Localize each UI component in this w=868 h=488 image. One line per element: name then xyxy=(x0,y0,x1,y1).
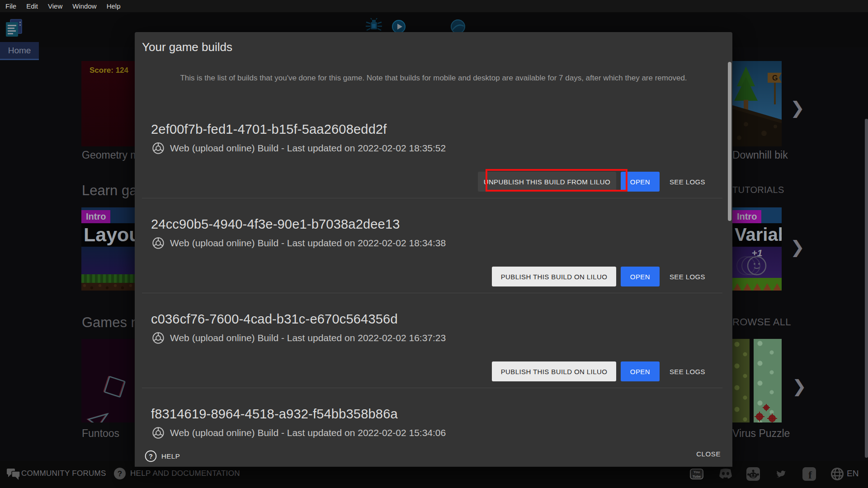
see-logs-button[interactable]: SEE LOGS xyxy=(665,172,710,192)
build-info-text: Web (upload online) Build - Last updated… xyxy=(170,427,446,438)
unpublish-build-button[interactable]: UNPUBLISH THIS BUILD FROM LILUO xyxy=(478,172,616,192)
tutorials-section-heading: TUTORIALS xyxy=(732,185,784,195)
svg-text:Tube: Tube xyxy=(693,474,701,479)
menu-window[interactable]: Window xyxy=(67,2,101,10)
game-card-funtoos[interactable] xyxy=(81,339,136,422)
help-documentation-link[interactable]: HELP AND DOCUMENTATION xyxy=(130,469,240,478)
game-score-overlay: Score: 124 xyxy=(90,66,128,75)
game-label-virus-puzzle: Virus Puzzle xyxy=(732,427,790,440)
publish-build-button[interactable]: PUBLISH THIS BUILD ON LILUO xyxy=(492,361,616,381)
close-button[interactable]: CLOSE xyxy=(696,450,721,458)
publish-build-button[interactable]: PUBLISH THIS BUILD ON LILUO xyxy=(492,267,616,286)
help-button[interactable]: ? HELP xyxy=(145,450,180,462)
debugger-icon[interactable] xyxy=(365,18,383,33)
build-info-text: Web (upload online) Build - Last updated… xyxy=(170,143,446,154)
chrome-web-icon xyxy=(152,332,165,344)
build-id: c036cf76-7600-4cad-b31c-e670c564356d xyxy=(151,312,732,327)
open-build-button[interactable]: OPEN xyxy=(621,361,660,381)
see-logs-button[interactable]: SEE LOGS xyxy=(665,361,710,381)
dialog-footer: ? HELP CLOSE xyxy=(135,443,732,467)
intro-badge: Intro xyxy=(732,210,761,223)
svg-text:f: f xyxy=(808,469,812,481)
build-row: f8314619-8964-4518-a932-f54bb358b86a Web… xyxy=(135,407,732,443)
tab-home-label: Home xyxy=(8,46,31,56)
svg-text:?: ? xyxy=(149,453,153,460)
ground-strip xyxy=(732,278,782,291)
help-outline-icon: ? xyxy=(145,450,157,462)
row-divider xyxy=(142,198,722,198)
discord-icon[interactable] xyxy=(718,467,733,481)
funtoos-art xyxy=(81,339,136,422)
dirt-strip xyxy=(81,283,136,291)
open-build-button[interactable]: OPEN xyxy=(621,172,660,192)
dialog-description: This is the list of builds that you've d… xyxy=(135,72,732,84)
svg-text:?: ? xyxy=(118,469,122,478)
menu-bar: File Edit View Window Help xyxy=(0,0,868,12)
menu-file[interactable]: File xyxy=(0,2,21,10)
browse-all-heading: ROWSE ALL xyxy=(732,316,791,328)
language-globe-icon[interactable] xyxy=(830,467,844,481)
virus-art xyxy=(732,339,782,422)
tutorial-scene xyxy=(81,247,136,274)
build-row: 2ef00f7b-fed1-4701-b15f-5aa2608edd2f Web… xyxy=(135,122,732,217)
tutorial-card-layout[interactable]: Intro Layou xyxy=(81,207,136,291)
carousel-next-arrow[interactable]: ❯ xyxy=(790,99,805,117)
help-button-label: HELP xyxy=(161,452,180,460)
learn-section-heading: Learn ga xyxy=(82,183,137,199)
row-divider xyxy=(142,293,722,293)
game-builds-dialog: Your game builds This is the list of bui… xyxy=(135,32,732,467)
build-info-text: Web (upload online) Build - Last updated… xyxy=(170,238,446,249)
dialog-title: Your game builds xyxy=(142,40,232,54)
chrome-web-icon xyxy=(152,142,165,155)
game-label-downhill: Downhill bik xyxy=(732,149,788,161)
open-build-button[interactable]: OPEN xyxy=(621,267,660,286)
forum-chat-icon xyxy=(6,468,21,480)
page-scrollbar[interactable] xyxy=(865,119,868,458)
community-forums-link[interactable]: COMMUNITY FORUMS xyxy=(21,469,106,478)
facebook-icon[interactable]: f xyxy=(802,467,816,481)
svg-text:You: You xyxy=(693,470,700,474)
game-card-downhill[interactable]: G xyxy=(732,61,782,146)
build-id: f8314619-8964-4518-a932-f54bb358b86a xyxy=(151,407,732,422)
build-row: c036cf76-7600-4cad-b31c-e670c564356d Web… xyxy=(135,312,732,407)
chrome-web-icon xyxy=(152,427,165,439)
tutorial-card-variables[interactable]: Intro Variab +1 xyxy=(732,207,782,291)
games-section-heading: Games n xyxy=(82,314,139,331)
tutorial-title: Variab xyxy=(732,223,782,247)
tutorial-scene: +1 xyxy=(732,247,782,278)
grass-strip xyxy=(81,274,136,283)
build-info-text: Web (upload online) Build - Last updated… xyxy=(170,333,446,343)
svg-text:G: G xyxy=(772,74,778,82)
dialog-scrollbar[interactable] xyxy=(728,62,731,221)
language-selector[interactable]: EN xyxy=(847,469,859,479)
carousel-next-arrow[interactable]: ❯ xyxy=(792,378,807,395)
project-icon xyxy=(5,19,23,37)
ghost-character-art xyxy=(732,247,782,278)
build-id: 24cc90b5-4940-4f3e-90e1-b7038a2dee13 xyxy=(151,217,732,232)
build-id: 2ef00f7b-fed1-4701-b15f-5aa2608edd2f xyxy=(151,122,732,137)
see-logs-button[interactable]: SEE LOGS xyxy=(665,267,710,286)
tutorial-title: Layou xyxy=(81,223,136,247)
help-circle-icon: ? xyxy=(113,467,127,480)
build-row: 24cc90b5-4940-4f3e-90e1-b7038a2dee13 Web… xyxy=(135,217,732,312)
game-label-geometry: Geometry m xyxy=(82,149,139,161)
twitter-icon[interactable] xyxy=(774,467,788,481)
row-divider xyxy=(142,388,722,388)
tab-home[interactable]: Home xyxy=(0,42,39,60)
game-card-geometry[interactable]: Score: 124 xyxy=(81,61,136,146)
chrome-web-icon xyxy=(152,237,165,249)
menu-edit[interactable]: Edit xyxy=(21,2,43,10)
carousel-next-arrow[interactable]: ❯ xyxy=(790,239,805,256)
youtube-icon[interactable]: You Tube xyxy=(690,467,703,481)
intro-badge: Intro xyxy=(81,210,110,223)
downhill-art: G xyxy=(732,61,782,146)
game-label-funtoos: Funtoos xyxy=(82,427,119,440)
reddit-icon[interactable] xyxy=(746,467,760,481)
game-card-virus-puzzle[interactable] xyxy=(732,339,782,422)
menu-help[interactable]: Help xyxy=(102,2,126,10)
menu-view[interactable]: View xyxy=(43,2,67,10)
